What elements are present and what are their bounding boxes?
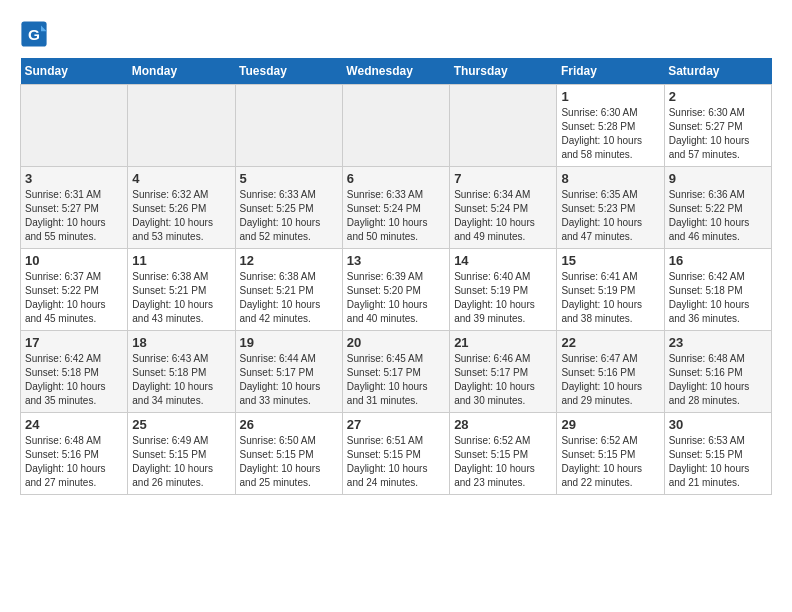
calendar-cell: 1Sunrise: 6:30 AMSunset: 5:28 PMDaylight… [557,85,664,167]
day-number: 19 [240,335,338,350]
day-number: 13 [347,253,445,268]
day-info: Sunrise: 6:33 AMSunset: 5:25 PMDaylight:… [240,188,338,244]
calendar-cell: 11Sunrise: 6:38 AMSunset: 5:21 PMDayligh… [128,249,235,331]
calendar-cell: 20Sunrise: 6:45 AMSunset: 5:17 PMDayligh… [342,331,449,413]
calendar-cell: 2Sunrise: 6:30 AMSunset: 5:27 PMDaylight… [664,85,771,167]
day-info: Sunrise: 6:33 AMSunset: 5:24 PMDaylight:… [347,188,445,244]
calendar-cell: 4Sunrise: 6:32 AMSunset: 5:26 PMDaylight… [128,167,235,249]
day-info: Sunrise: 6:35 AMSunset: 5:23 PMDaylight:… [561,188,659,244]
day-info: Sunrise: 6:41 AMSunset: 5:19 PMDaylight:… [561,270,659,326]
day-number: 2 [669,89,767,104]
calendar-cell: 12Sunrise: 6:38 AMSunset: 5:21 PMDayligh… [235,249,342,331]
day-info: Sunrise: 6:53 AMSunset: 5:15 PMDaylight:… [669,434,767,490]
day-number: 16 [669,253,767,268]
calendar-cell: 14Sunrise: 6:40 AMSunset: 5:19 PMDayligh… [450,249,557,331]
day-header-friday: Friday [557,58,664,85]
day-info: Sunrise: 6:52 AMSunset: 5:15 PMDaylight:… [561,434,659,490]
day-number: 28 [454,417,552,432]
day-number: 22 [561,335,659,350]
day-info: Sunrise: 6:31 AMSunset: 5:27 PMDaylight:… [25,188,123,244]
calendar-cell: 3Sunrise: 6:31 AMSunset: 5:27 PMDaylight… [21,167,128,249]
day-number: 26 [240,417,338,432]
calendar-cell [21,85,128,167]
calendar-cell: 7Sunrise: 6:34 AMSunset: 5:24 PMDaylight… [450,167,557,249]
day-number: 29 [561,417,659,432]
calendar-cell: 18Sunrise: 6:43 AMSunset: 5:18 PMDayligh… [128,331,235,413]
calendar-cell: 8Sunrise: 6:35 AMSunset: 5:23 PMDaylight… [557,167,664,249]
day-info: Sunrise: 6:49 AMSunset: 5:15 PMDaylight:… [132,434,230,490]
calendar-cell [450,85,557,167]
day-number: 27 [347,417,445,432]
calendar-week-row: 1Sunrise: 6:30 AMSunset: 5:28 PMDaylight… [21,85,772,167]
day-info: Sunrise: 6:38 AMSunset: 5:21 PMDaylight:… [240,270,338,326]
logo: G [20,20,52,48]
day-header-monday: Monday [128,58,235,85]
day-number: 24 [25,417,123,432]
calendar-cell: 6Sunrise: 6:33 AMSunset: 5:24 PMDaylight… [342,167,449,249]
day-info: Sunrise: 6:32 AMSunset: 5:26 PMDaylight:… [132,188,230,244]
calendar-cell: 28Sunrise: 6:52 AMSunset: 5:15 PMDayligh… [450,413,557,495]
day-header-tuesday: Tuesday [235,58,342,85]
day-info: Sunrise: 6:51 AMSunset: 5:15 PMDaylight:… [347,434,445,490]
day-header-wednesday: Wednesday [342,58,449,85]
calendar-cell: 23Sunrise: 6:48 AMSunset: 5:16 PMDayligh… [664,331,771,413]
day-number: 9 [669,171,767,186]
day-number: 8 [561,171,659,186]
day-info: Sunrise: 6:46 AMSunset: 5:17 PMDaylight:… [454,352,552,408]
day-info: Sunrise: 6:39 AMSunset: 5:20 PMDaylight:… [347,270,445,326]
calendar-cell: 13Sunrise: 6:39 AMSunset: 5:20 PMDayligh… [342,249,449,331]
day-info: Sunrise: 6:30 AMSunset: 5:27 PMDaylight:… [669,106,767,162]
day-info: Sunrise: 6:37 AMSunset: 5:22 PMDaylight:… [25,270,123,326]
day-number: 7 [454,171,552,186]
calendar-cell: 15Sunrise: 6:41 AMSunset: 5:19 PMDayligh… [557,249,664,331]
day-info: Sunrise: 6:38 AMSunset: 5:21 PMDaylight:… [132,270,230,326]
day-info: Sunrise: 6:36 AMSunset: 5:22 PMDaylight:… [669,188,767,244]
calendar-cell [128,85,235,167]
calendar-cell: 10Sunrise: 6:37 AMSunset: 5:22 PMDayligh… [21,249,128,331]
day-number: 30 [669,417,767,432]
day-number: 4 [132,171,230,186]
calendar-cell: 17Sunrise: 6:42 AMSunset: 5:18 PMDayligh… [21,331,128,413]
day-number: 14 [454,253,552,268]
calendar-week-row: 3Sunrise: 6:31 AMSunset: 5:27 PMDaylight… [21,167,772,249]
day-info: Sunrise: 6:42 AMSunset: 5:18 PMDaylight:… [25,352,123,408]
day-info: Sunrise: 6:42 AMSunset: 5:18 PMDaylight:… [669,270,767,326]
calendar-cell: 16Sunrise: 6:42 AMSunset: 5:18 PMDayligh… [664,249,771,331]
day-number: 11 [132,253,230,268]
logo-icon: G [20,20,48,48]
day-info: Sunrise: 6:44 AMSunset: 5:17 PMDaylight:… [240,352,338,408]
day-number: 21 [454,335,552,350]
day-info: Sunrise: 6:40 AMSunset: 5:19 PMDaylight:… [454,270,552,326]
calendar-cell: 21Sunrise: 6:46 AMSunset: 5:17 PMDayligh… [450,331,557,413]
day-info: Sunrise: 6:30 AMSunset: 5:28 PMDaylight:… [561,106,659,162]
day-number: 5 [240,171,338,186]
day-info: Sunrise: 6:47 AMSunset: 5:16 PMDaylight:… [561,352,659,408]
calendar-cell: 22Sunrise: 6:47 AMSunset: 5:16 PMDayligh… [557,331,664,413]
day-info: Sunrise: 6:45 AMSunset: 5:17 PMDaylight:… [347,352,445,408]
day-info: Sunrise: 6:50 AMSunset: 5:15 PMDaylight:… [240,434,338,490]
day-number: 17 [25,335,123,350]
calendar-cell: 30Sunrise: 6:53 AMSunset: 5:15 PMDayligh… [664,413,771,495]
calendar-cell: 29Sunrise: 6:52 AMSunset: 5:15 PMDayligh… [557,413,664,495]
calendar-cell: 9Sunrise: 6:36 AMSunset: 5:22 PMDaylight… [664,167,771,249]
calendar-week-row: 10Sunrise: 6:37 AMSunset: 5:22 PMDayligh… [21,249,772,331]
day-info: Sunrise: 6:48 AMSunset: 5:16 PMDaylight:… [25,434,123,490]
day-info: Sunrise: 6:43 AMSunset: 5:18 PMDaylight:… [132,352,230,408]
day-number: 12 [240,253,338,268]
calendar-cell: 19Sunrise: 6:44 AMSunset: 5:17 PMDayligh… [235,331,342,413]
day-info: Sunrise: 6:48 AMSunset: 5:16 PMDaylight:… [669,352,767,408]
calendar-cell: 24Sunrise: 6:48 AMSunset: 5:16 PMDayligh… [21,413,128,495]
day-info: Sunrise: 6:34 AMSunset: 5:24 PMDaylight:… [454,188,552,244]
calendar-cell: 26Sunrise: 6:50 AMSunset: 5:15 PMDayligh… [235,413,342,495]
calendar-header-row: SundayMondayTuesdayWednesdayThursdayFrid… [21,58,772,85]
page-header: G [20,20,772,48]
svg-text:G: G [28,26,40,43]
day-number: 15 [561,253,659,268]
calendar-week-row: 24Sunrise: 6:48 AMSunset: 5:16 PMDayligh… [21,413,772,495]
day-number: 18 [132,335,230,350]
calendar-cell [235,85,342,167]
day-info: Sunrise: 6:52 AMSunset: 5:15 PMDaylight:… [454,434,552,490]
day-number: 3 [25,171,123,186]
day-number: 1 [561,89,659,104]
day-number: 20 [347,335,445,350]
